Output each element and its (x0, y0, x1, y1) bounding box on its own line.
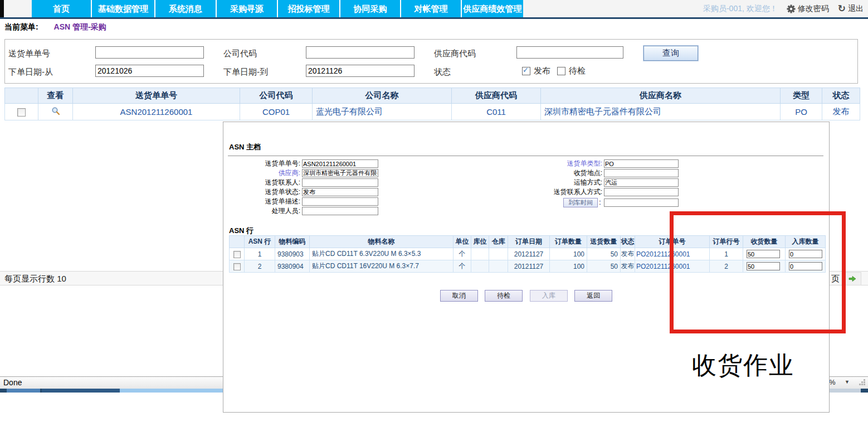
nav-tab-bidding[interactable]: 招投标管理 (278, 0, 339, 17)
arrival-time-button[interactable]: 到车时间 (563, 198, 598, 207)
next-page-button[interactable] (843, 272, 861, 285)
magnifier-icon[interactable] (51, 106, 60, 115)
cell-order-qty: 100 (550, 260, 587, 273)
nav-left-strip (0, 0, 4, 17)
status-pending-checkbox[interactable] (557, 67, 565, 75)
nav-tabs: 首页 基础数据管理 系统消息 采购寻源 招投标管理 协同采购 对帐管理 供应商绩… (32, 0, 523, 17)
supplier-field-label[interactable]: 供应商: (228, 168, 302, 178)
lcol-order-qty: 订单数量 (550, 236, 587, 248)
delivery-type-field[interactable] (604, 159, 679, 168)
cell-warehouse (489, 248, 508, 260)
cell-ship-qty: 50 (587, 260, 621, 273)
delivery-type-label[interactable]: 送货单类型: (519, 159, 604, 168)
cell-order-qty: 100 (550, 248, 587, 260)
nav-tab-supplier-performance[interactable]: 供应商绩效管理 (462, 0, 523, 17)
change-password-label: 修改密码 (798, 4, 829, 14)
delivery-status-label: 送货单状态: (228, 187, 302, 197)
delivery-desc-field[interactable] (302, 197, 378, 206)
cell-material-name: 贴片CD CD11T 16V220U M 6.3×7.7 (310, 260, 453, 273)
nav-tab-collab-procurement[interactable]: 协同采购 (340, 0, 400, 17)
app-root: 首页 基础数据管理 系统消息 采购寻源 招投标管理 协同采购 对帐管理 供应商绩… (0, 0, 868, 431)
nav-user-area: 采购员-001, 欢迎您！ 修改密码 ↻ 退出 (703, 0, 864, 17)
arrival-time-field[interactable] (604, 198, 679, 207)
delivery-desc-label: 送货单描述: (228, 197, 302, 206)
cell-supplier-code: C011 (452, 104, 541, 120)
line-checkbox[interactable] (233, 263, 241, 270)
contact-method-label: 送货联系人方式: (519, 187, 604, 197)
date-to-input[interactable] (306, 65, 415, 77)
company-code-label: 公司代码 (223, 49, 257, 59)
col-type: 类型 (781, 88, 822, 104)
col-supplier-name: 供应商名称 (541, 88, 781, 104)
line-checkbox[interactable] (233, 251, 241, 258)
supplier-code-input[interactable] (516, 46, 623, 59)
cell-asn-no[interactable]: ASN201211260001 (73, 104, 240, 120)
logout-label: 退出 (848, 4, 864, 14)
cell-line-no: 2 (245, 260, 275, 273)
cell-line-no: 1 (245, 248, 275, 260)
transport-mode-label: 运输方式: (519, 178, 604, 187)
transport-mode-field[interactable] (604, 178, 679, 187)
arrival-colon: : (598, 198, 602, 206)
pending-inspection-button[interactable]: 待检 (485, 290, 523, 302)
status-published-checkbox[interactable] (522, 67, 530, 75)
nav-tab-sourcing[interactable]: 采购寻源 (217, 0, 277, 17)
cell-material-name: 贴片CD CD11T 6.3V220U M 6.3×5.3 (310, 248, 453, 260)
delivery-contact-field[interactable] (302, 178, 378, 187)
delivery-no-label: 送货单单号 (8, 49, 50, 59)
cell-status: 发布 (822, 104, 860, 120)
section-divider (228, 156, 823, 156)
logout-button[interactable]: ↻ 退出 (838, 4, 864, 14)
cell-line-status: 发布 (621, 260, 635, 273)
lcol-order-date: 订单日期 (508, 236, 550, 248)
contact-method-field[interactable] (604, 188, 679, 196)
nav-tab-home[interactable]: 首页 (32, 0, 91, 17)
taskbar-segment (7, 389, 40, 393)
receive-location-field[interactable] (604, 169, 679, 177)
cell-ship-qty: 50 (587, 248, 621, 260)
change-password-button[interactable]: 修改密码 (787, 4, 829, 14)
handler-field[interactable] (302, 207, 378, 215)
delivery-status-field[interactable] (302, 188, 378, 196)
return-button[interactable]: 返回 (574, 290, 612, 302)
company-code-input[interactable] (306, 46, 415, 59)
col-asn-no: 送货单单号 (73, 88, 240, 104)
taskbar-segment (42, 389, 120, 393)
top-nav: 首页 基础数据管理 系统消息 采购寻源 招投标管理 协同采购 对帐管理 供应商绩… (0, 0, 868, 17)
delivery-no-input[interactable] (95, 46, 204, 59)
date-to-label: 下单日期-到 (223, 67, 268, 78)
col-status: 状态 (822, 88, 860, 104)
status-pending-label: 待检 (569, 66, 586, 76)
annotation-red-box (670, 211, 846, 333)
delivery-no-field-label: 送货单单号: (228, 159, 302, 168)
delivery-contact-label: 送货联系人: (228, 178, 302, 187)
col-view: 查看 (38, 88, 73, 104)
cell-warehouse (489, 260, 508, 273)
nav-tab-system-messages[interactable]: 系统消息 (155, 0, 216, 17)
delivery-no-field[interactable] (302, 159, 378, 168)
cancel-button[interactable]: 取消 (440, 290, 478, 302)
supplier-code-label: 供应商代码 (434, 49, 476, 59)
status-label: 状态 (434, 67, 451, 78)
cell-bin (471, 248, 489, 260)
supplier-field[interactable] (302, 169, 378, 177)
asn-master-title: ASN 主档 (229, 142, 261, 152)
date-from-input[interactable] (95, 65, 204, 77)
chevron-down-icon[interactable]: ▼ (845, 379, 850, 385)
cell-company-code: COP01 (240, 104, 313, 120)
row-checkbox[interactable] (17, 108, 26, 117)
breadcrumb-label: 当前菜单: (4, 22, 38, 31)
lcol-bin: 库位 (471, 236, 489, 248)
nav-tab-reconciliation[interactable]: 对帐管理 (401, 0, 461, 17)
master-left-column: 送货单单号: 供应商: 送货联系人: 送货单状态: 送货单描述: 处理人员: (228, 159, 378, 216)
cell-order-date: 20121127 (508, 260, 550, 273)
lcol-status: 状态 (621, 236, 635, 248)
resize-grip-icon (859, 384, 861, 385)
green-arrow-icon (849, 275, 856, 282)
lcol-select (230, 236, 245, 248)
cell-bin (471, 260, 489, 273)
col-select (5, 88, 38, 104)
query-button[interactable]: 查询 (643, 46, 698, 61)
nav-tab-base-data[interactable]: 基础数据管理 (92, 0, 154, 17)
status-checkbox-group: 发布 待检 (522, 66, 586, 76)
